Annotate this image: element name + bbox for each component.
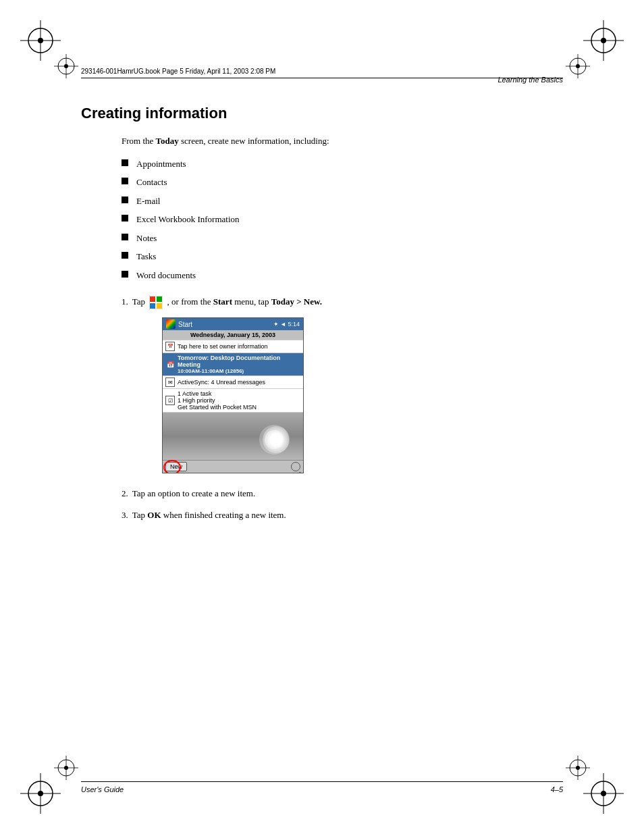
- calendar-icon: 📅: [165, 360, 175, 369]
- titlebar-right: ✦ ◄ 5:14: [273, 321, 300, 328]
- list-item: Word documents: [122, 269, 563, 282]
- list-item: Excel Workbook Information: [122, 213, 563, 226]
- svg-point-38: [259, 425, 289, 454]
- bullet-square-icon: [122, 271, 128, 278]
- list-item: Contacts: [122, 176, 563, 189]
- windows-start-icon: [149, 296, 163, 309]
- today-new-bold: Today > New.: [271, 296, 322, 307]
- list-item: Notes: [122, 232, 563, 245]
- reg-mark-tl-inner: [54, 54, 78, 78]
- list-item: Tasks: [122, 250, 563, 263]
- row-text: Tap here to set owner information: [178, 343, 268, 350]
- row-text: 1 Active task 1 High priority Get Starte…: [178, 390, 257, 411]
- reg-mark-br-inner: [566, 756, 590, 780]
- titlebar-left: Start: [166, 319, 192, 329]
- footer-left: User's Guide: [81, 785, 124, 793]
- bullet-text: E-mail: [136, 194, 160, 208]
- step-number: 3.: [122, 509, 128, 522]
- titlebar-status: ✦ ◄ 5:14: [273, 321, 300, 328]
- date-text: Wednesday, January 15, 2003: [190, 332, 275, 338]
- bullet-text: Appointments: [136, 157, 186, 171]
- row-text: ActiveSync: 4 Unread messages: [178, 379, 265, 386]
- bullet-text: Notes: [136, 232, 157, 245]
- envelope-icon: ✉: [165, 377, 175, 387]
- bullet-list: Appointments Contacts E-mail Excel Workb…: [122, 157, 563, 282]
- bullet-square-icon: [122, 178, 128, 184]
- today-bold: Today: [156, 136, 179, 146]
- step-text: Tap , or from the Start menu, tap Today …: [132, 295, 322, 309]
- calendar-icon: 📅: [165, 342, 175, 351]
- step-3: 3. Tap OK when finished creating a new i…: [122, 509, 563, 522]
- step-text: Tap an option to create a new item.: [132, 487, 255, 500]
- screenshot-row-meeting: 📅 Tomorrow: Desktop Documentation Meetin…: [163, 353, 303, 376]
- step-text: Tap OK when finished creating a new item…: [132, 509, 286, 522]
- main-content: Creating information From the Today scre…: [81, 105, 563, 739]
- section-title: Creating information: [81, 105, 563, 122]
- svg-rect-35: [157, 303, 162, 309]
- screenshot-row-owner: 📅 Tap here to set owner information: [163, 340, 303, 353]
- svg-rect-34: [150, 303, 155, 309]
- step-1: 1. Tap , or from the Start menu, tap: [122, 295, 563, 309]
- list-item: E-mail: [122, 194, 563, 208]
- screenshot-titlebar: Start ✦ ◄ 5:14: [163, 318, 303, 330]
- bullet-square-icon: [122, 234, 128, 240]
- file-info: 293146-001HamrUG.book Page 5 Friday, Apr…: [81, 68, 563, 78]
- checkbox-icon: ☑: [165, 396, 175, 405]
- row-text: Tomorrow: Desktop Documentation Meeting …: [178, 355, 300, 374]
- intro-paragraph: From the Today screen, create new inform…: [122, 134, 563, 148]
- svg-rect-33: [157, 296, 162, 302]
- screenshot-row-tasks: ☑ 1 Active task 1 High priority Get Star…: [163, 389, 303, 413]
- footer: User's Guide 4–5: [81, 781, 563, 793]
- numbered-steps: 1. Tap , or from the Start menu, tap: [122, 295, 563, 521]
- bullet-text: Word documents: [136, 269, 196, 282]
- new-button-container: New: [165, 462, 187, 471]
- chapter-header: Learning the Basics: [498, 76, 563, 84]
- page: 293146-001HamrUG.book Page 5 Friday, Apr…: [0, 0, 644, 834]
- footer-right: 4–5: [551, 785, 563, 793]
- bullet-square-icon: [122, 159, 128, 166]
- bullet-square-icon: [122, 197, 128, 203]
- step-number: 1.: [122, 295, 128, 309]
- bullet-text: Contacts: [136, 176, 167, 189]
- ok-bold: OK: [147, 510, 161, 520]
- screenshot-row-activesync: ✉ ActiveSync: 4 Unread messages: [163, 376, 303, 389]
- screenshot-desktop-area: [163, 413, 303, 460]
- screenshot-date-row: Wednesday, January 15, 2003: [163, 330, 303, 340]
- reg-mark-tr-inner: [566, 54, 590, 78]
- start-bold: Start: [213, 296, 232, 307]
- step-2: 2. Tap an option to create a new item.: [122, 487, 563, 500]
- titlebar-start-label: Start: [178, 321, 192, 328]
- svg-rect-32: [150, 296, 155, 302]
- svg-point-39: [265, 430, 284, 449]
- win-logo-icon: [166, 319, 176, 329]
- screenshot-bottom-bar: New: [163, 460, 303, 473]
- step-number: 2.: [122, 487, 128, 500]
- reg-mark-bl-inner: [54, 756, 78, 780]
- bullet-square-icon: [122, 215, 128, 221]
- screenshot-container: Start ✦ ◄ 5:14 Wednesday, January 15, 20…: [162, 317, 563, 473]
- search-icon: [291, 462, 300, 471]
- bullet-text: Tasks: [136, 250, 156, 263]
- device-screenshot: Start ✦ ◄ 5:14 Wednesday, January 15, 20…: [162, 317, 304, 473]
- highlight-circle: [163, 460, 181, 473]
- list-item: Appointments: [122, 157, 563, 171]
- bullet-square-icon: [122, 252, 128, 259]
- svg-rect-37: [163, 413, 303, 460]
- bullet-text: Excel Workbook Information: [136, 213, 240, 226]
